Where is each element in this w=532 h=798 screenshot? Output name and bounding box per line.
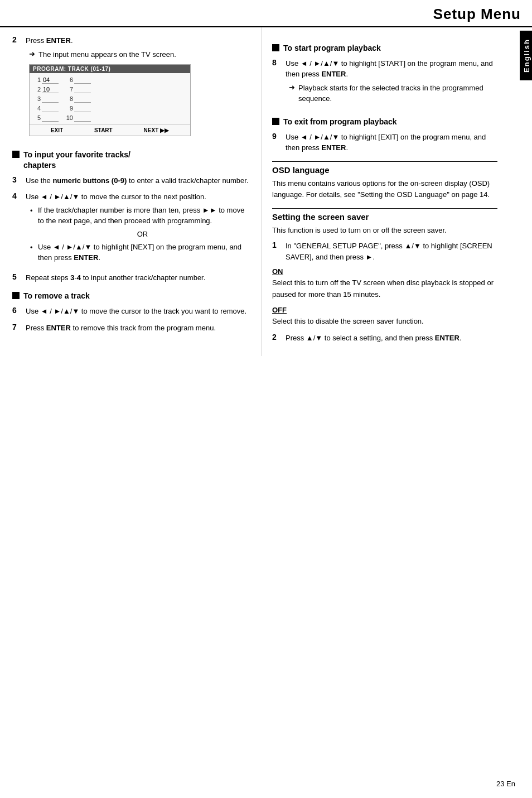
osd-section-title: OSD language (272, 165, 497, 175)
step-8-number: 8 (272, 58, 284, 67)
bullet-dot-2: • (30, 242, 38, 253)
step-3-content: Use the numeric buttons (0-9) to enter a… (26, 175, 252, 186)
step-9-text: Use ◄ / ►/▲/▼ to highlight [EXIT] on the… (286, 132, 497, 153)
page-title: Setup Menu (433, 6, 521, 23)
step-9-content: Use ◄ / ►/▲/▼ to highlight [EXIT] on the… (286, 132, 497, 153)
on-label: ON (272, 267, 497, 276)
on-subsection: ON Select this to turn off the TV screen… (272, 267, 497, 300)
track-row-10: 10 (65, 113, 91, 122)
step-2-arrow-text: The input menu appears on the TV screen. (38, 49, 176, 60)
step-7-text: Press ENTER to remove this track from th… (26, 323, 252, 334)
track-row-7: 7 (65, 85, 91, 94)
r-step-2-content: Press ▲/▼ to select a setting, and then … (286, 333, 497, 344)
step-4-content: Use ◄ / ►/▲/▼ to move the cursor to the … (26, 191, 252, 267)
step-4-number: 4 (12, 191, 25, 200)
step-3-number: 3 (12, 175, 25, 184)
step-8-arrow-bullet: ➜ Playback starts for the selected track… (289, 83, 497, 104)
bullet-1-text: If the track/chapter number is more than… (38, 205, 252, 227)
next-button-label: NEXT ▶▶ (144, 127, 169, 133)
track-row-4: 4 (33, 104, 59, 113)
step-5-text: Repeat steps 3-4 to input another track/… (26, 272, 252, 283)
on-body-text: Select this to turn off the TV screen wh… (272, 277, 497, 300)
screensaver-body-text: This function is used to turn on or off … (272, 225, 497, 236)
r-step-2-number: 2 (272, 333, 286, 344)
program-display-box: PROGRAM: TRACK (01-17) 1 04 2 10 (29, 64, 191, 136)
or-separator: OR (33, 230, 252, 238)
track-row-1: 1 04 (33, 75, 59, 84)
r-step-1-content: In "GENERAL SETUP PAGE", press ▲/▼ to hi… (286, 241, 497, 263)
off-label: OFF (272, 306, 497, 314)
program-buttons-row: EXIT START NEXT ▶▶ (30, 124, 190, 136)
r-step-1-number: 1 (272, 241, 286, 263)
start-button-label: START (94, 127, 113, 133)
track-row-2: 2 10 (33, 85, 59, 94)
step-2-enter: ENTER (46, 36, 71, 45)
track-row-6: 6 (65, 75, 91, 84)
step-8-enter: ENTER (321, 70, 346, 78)
r-step-1: 1 In "GENERAL SETUP PAGE", press ▲/▼ to … (272, 241, 497, 263)
bullet-item-1: • If the track/chapter number is more th… (30, 205, 252, 227)
section-start-icon (272, 44, 279, 51)
track-row-5: 5 (33, 113, 59, 122)
section-remove-title: To remove a track (23, 291, 90, 301)
step-7-number: 7 (12, 323, 25, 331)
r-step-2-enter: ENTER (435, 334, 460, 342)
step-9: 9 Use ◄ / ►/▲/▼ to highlight [EXIT] on t… (272, 132, 497, 153)
step-6-number: 6 (12, 306, 25, 315)
step-2-content: Press ENTER. ➜ The input menu appears on… (26, 35, 252, 142)
step-9-enter: ENTER (321, 143, 346, 152)
step-4-bullets-2: • Use ◄ / ►/▲/▼ to highlight [NEXT] on t… (30, 242, 252, 263)
main-content: 2 Press ENTER. ➜ The input menu appears … (0, 27, 532, 356)
step-2: 2 Press ENTER. ➜ The input menu appears … (12, 35, 252, 142)
bullet-2-text: Use ◄ / ►/▲/▼ to highlight [NEXT] on the… (38, 242, 252, 263)
step-5-number: 5 (12, 272, 25, 281)
track-row-8: 8 (65, 94, 91, 103)
exit-button-label: EXIT (51, 127, 63, 133)
page-number: 23 En (496, 780, 515, 788)
step-2-number: 2 (12, 35, 25, 44)
step-2-text: Press ENTER. (26, 35, 252, 46)
program-box-title: PROGRAM: TRACK (01-17) (30, 65, 190, 73)
step-8-content: Use ◄ / ►/▲/▼ to highlight [START] on th… (286, 58, 497, 109)
step-9-number: 9 (272, 132, 284, 141)
section-remove-icon (12, 292, 20, 299)
step-5-content: Repeat steps 3-4 to input another track/… (26, 272, 252, 283)
step-2-arrow-bullet: ➜ The input menu appears on the TV scree… (29, 49, 252, 60)
step-6: 6 Use ◄ / ►/▲/▼ to move the cursor to th… (12, 306, 252, 317)
section-start-header: To start program playback (272, 43, 497, 54)
section-icon (12, 151, 20, 158)
track-row-3: 3 (33, 94, 59, 103)
page-header: Setup Menu (0, 0, 532, 27)
section-osd: OSD language This menu contains various … (272, 165, 497, 200)
off-body-text: Select this to disable the screen saver … (272, 316, 497, 327)
program-tracks: 1 04 2 10 3 (30, 73, 190, 124)
language-tab: English (520, 31, 532, 80)
step-8-text: Use ◄ / ►/▲/▼ to highlight [START] on th… (286, 58, 497, 80)
bullet-item-2: • Use ◄ / ►/▲/▼ to highlight [NEXT] on t… (30, 242, 252, 263)
section-favorite-title: To input your favorite tracks/chapters (23, 150, 130, 171)
section-screensaver: Setting the screen saver This function i… (272, 212, 497, 344)
step-3: 3 Use the numeric buttons (0-9) to enter… (12, 175, 252, 186)
left-column: 2 Press ENTER. ➜ The input menu appears … (0, 27, 262, 356)
step-4-bullets: • If the track/chapter number is more th… (30, 205, 252, 227)
divider-osd (272, 161, 497, 162)
step-5: 5 Repeat steps 3-4 to input another trac… (12, 272, 252, 283)
step-3-text: Use the numeric buttons (0-9) to enter a… (26, 175, 252, 186)
arrow-symbol-8: ➜ (289, 83, 295, 92)
divider-screensaver (272, 208, 497, 209)
step-8-arrow-text: Playback starts for the selected tracks … (298, 83, 497, 104)
right-column: To start program playback 8 Use ◄ / ►/▲/… (262, 27, 520, 356)
section-exit-title: To exit from program playback (283, 117, 397, 127)
step-6-text: Use ◄ / ►/▲/▼ to move the cursor to the … (26, 306, 252, 317)
screensaver-section-title: Setting the screen saver (272, 212, 497, 222)
step-7-enter: ENTER (46, 324, 71, 332)
section-exit-icon (272, 118, 279, 125)
step-6-content: Use ◄ / ►/▲/▼ to move the cursor to the … (26, 306, 252, 317)
step-7-content: Press ENTER to remove this track from th… (26, 323, 252, 334)
tracks-right-col: 6 7 8 9 (65, 75, 91, 122)
section-favorite-header: To input your favorite tracks/chapters (12, 150, 252, 171)
r-step-2: 2 Press ▲/▼ to select a setting, and the… (272, 333, 497, 344)
off-subsection: OFF Select this to disable the screen sa… (272, 306, 497, 327)
step-4: 4 Use ◄ / ►/▲/▼ to move the cursor to th… (12, 191, 252, 267)
tracks-left-col: 1 04 2 10 3 (33, 75, 59, 122)
